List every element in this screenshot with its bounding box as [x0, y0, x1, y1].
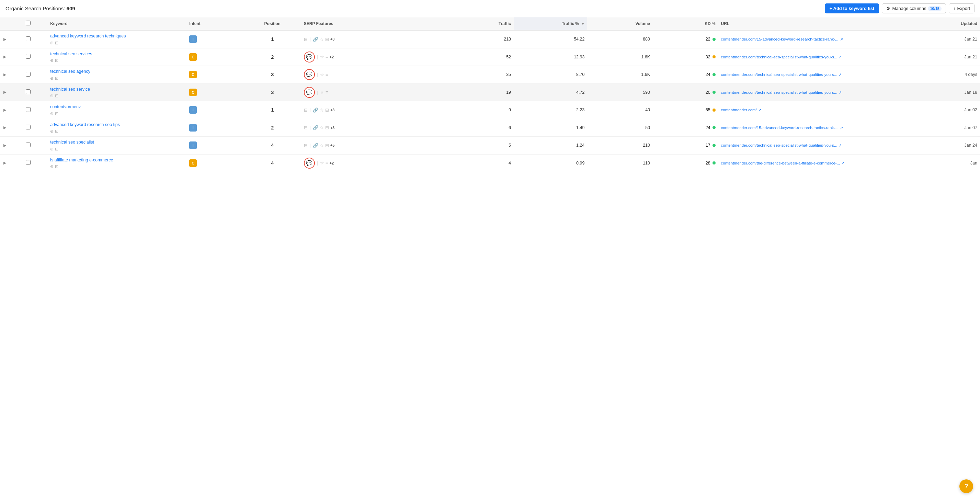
traffic-pct-value: 0.99: [576, 161, 584, 166]
external-link-icon: ↗: [841, 161, 844, 166]
th-serp[interactable]: SERP Features: [301, 17, 449, 30]
add-to-keyword-list-button[interactable]: + Add to keyword list: [825, 3, 880, 13]
position-value: 4: [271, 160, 274, 166]
url-link[interactable]: contentmender.com/15-advanced-keyword-re…: [721, 125, 838, 131]
updated-value: Jan 18: [964, 90, 977, 95]
volume-cell: 40: [587, 101, 653, 119]
expand-row-button[interactable]: ▶: [3, 54, 7, 60]
serp-features-cell: 💬 | ☆ ≡ +2: [304, 51, 446, 62]
th-kd[interactable]: KD %: [653, 17, 718, 30]
keyword-link[interactable]: technical seo service: [50, 86, 184, 93]
expand-row-button[interactable]: ▶: [3, 107, 7, 113]
url-cell: contentmender.com/15-advanced-keyword-re…: [718, 119, 915, 137]
expand-row-button[interactable]: ▶: [3, 89, 7, 95]
traffic-pct-cell: 12.93: [514, 48, 587, 66]
serp-star-icon: ☆: [320, 160, 324, 166]
table-row: ▶ technical seo specialist ⊕ ⊡ I 4 ⊟ | 🔗: [0, 137, 980, 154]
intent-cell: C: [186, 154, 244, 172]
expand-row-button[interactable]: ▶: [3, 37, 7, 42]
row-expand-cell: ▶: [0, 154, 23, 172]
keyword-add-icon: ⊕: [50, 40, 54, 45]
th-updated[interactable]: Updated: [915, 17, 980, 30]
top-bar-left: Organic Search Positions: 609: [5, 5, 75, 11]
serp-featured-icon: ⊟: [304, 125, 308, 130]
row-checkbox[interactable]: [26, 89, 30, 94]
th-volume[interactable]: Volume: [587, 17, 653, 30]
serp-cell: ⊟ | 🔗 ☆ ⊞ +3: [301, 119, 449, 137]
top-bar-right: + Add to keyword list ⚙ Manage columns 1…: [825, 3, 975, 13]
url-link[interactable]: contentmender.com/the-difference-between…: [721, 160, 840, 166]
row-checkbox[interactable]: [26, 160, 30, 165]
updated-cell: Jan: [915, 154, 980, 172]
url-link[interactable]: contentmender.com/technical-seo-speciali…: [721, 143, 837, 148]
url-cell: contentmender.com/15-advanced-keyword-re…: [718, 30, 915, 48]
traffic-value: 5: [509, 143, 511, 148]
serp-list-icon: ≡: [326, 160, 328, 166]
url-link[interactable]: contentmender.com/15-advanced-keyword-re…: [721, 37, 838, 42]
serp-star-icon: ☆: [320, 90, 324, 95]
kd-value: 20: [706, 90, 710, 95]
intent-badge: I: [189, 124, 197, 132]
kd-value: 24: [706, 72, 710, 77]
serp-featured-icon: ⊟: [304, 143, 308, 148]
volume-value: 880: [643, 37, 650, 41]
url-link[interactable]: contentmender.com/technical-seo-speciali…: [721, 54, 837, 60]
intent-badge: C: [189, 53, 197, 61]
expand-row-button[interactable]: ▶: [3, 72, 7, 78]
row-checkbox-cell: [23, 83, 48, 101]
url-link[interactable]: contentmender.com/technical-seo-speciali…: [721, 90, 837, 95]
th-keyword[interactable]: Keyword: [48, 17, 186, 30]
expand-row-button[interactable]: ▶: [3, 160, 7, 166]
th-position[interactable]: Position: [244, 17, 301, 30]
export-button[interactable]: ↑ Export: [949, 3, 975, 13]
traffic-pct-cell: 0.99: [514, 154, 587, 172]
row-checkbox[interactable]: [26, 107, 30, 112]
keyword-link[interactable]: technical seo services: [50, 51, 184, 57]
position-cell: 3: [244, 83, 301, 101]
keyword-link[interactable]: technical seo specialist: [50, 139, 184, 146]
keyword-link[interactable]: contentvormenv: [50, 104, 184, 110]
th-checkbox: [23, 17, 48, 30]
updated-cell: Jan 02: [915, 101, 980, 119]
updated-cell: Jan 07: [915, 119, 980, 137]
row-checkbox[interactable]: [26, 54, 30, 59]
table-row: ▶ is affiliate marketing e-commerce ⊕ ⊡ …: [0, 154, 980, 172]
position-value: 3: [271, 72, 274, 77]
serp-cell: ⊟ | 🔗 ☆ ⊞ +5: [301, 137, 449, 154]
th-url[interactable]: URL: [718, 17, 915, 30]
table-row: ▶ technical seo agency ⊕ ⊡ C 3 💬 | ☆ ≡: [0, 66, 980, 84]
updated-value: 4 days: [964, 72, 977, 77]
th-traffic[interactable]: Traffic: [448, 17, 514, 30]
th-intent[interactable]: Intent: [186, 17, 244, 30]
select-all-checkbox[interactable]: [26, 21, 30, 25]
row-checkbox[interactable]: [26, 125, 30, 129]
row-checkbox[interactable]: [26, 37, 30, 41]
manage-columns-button[interactable]: ⚙ Manage columns 10/15: [882, 3, 946, 13]
keyword-page-icon: ⊡: [55, 164, 58, 169]
expand-row-button[interactable]: ▶: [3, 143, 7, 148]
row-checkbox[interactable]: [26, 143, 30, 147]
position-value: 1: [271, 107, 274, 113]
kd-cell: 20: [653, 83, 718, 101]
keyword-link[interactable]: advanced keyword research seo tips: [50, 122, 184, 128]
keyword-link[interactable]: advanced keyword research techniques: [50, 33, 184, 40]
keyword-link[interactable]: technical seo agency: [50, 68, 184, 75]
th-traffic-pct[interactable]: Traffic % ▼: [514, 17, 587, 30]
serp-featured-icon: ⊟: [304, 107, 308, 113]
expand-row-button[interactable]: ▶: [3, 125, 7, 131]
intent-cell: I: [186, 101, 244, 119]
keyword-add-icon: ⊕: [50, 164, 54, 169]
updated-value: Jan: [970, 161, 977, 166]
updated-cell: Jan 21: [915, 48, 980, 66]
url-link[interactable]: contentmender.com/technical-seo-speciali…: [721, 72, 837, 77]
serp-extra: +2: [329, 161, 334, 165]
traffic-pct-value: 12.93: [574, 54, 584, 59]
sort-icon: ▼: [581, 22, 585, 26]
keyword-link[interactable]: is affiliate marketing e-commerce: [50, 157, 184, 164]
row-expand-cell: ▶: [0, 66, 23, 84]
serp-list-icon: ≡: [326, 90, 328, 95]
row-checkbox[interactable]: [26, 72, 30, 76]
serp-features-cell: 💬 | ☆ ≡ +2: [304, 158, 446, 169]
url-link[interactable]: contentmender.com/: [721, 107, 757, 113]
serp-cell: 💬 | ☆ ≡ +2: [301, 154, 449, 172]
